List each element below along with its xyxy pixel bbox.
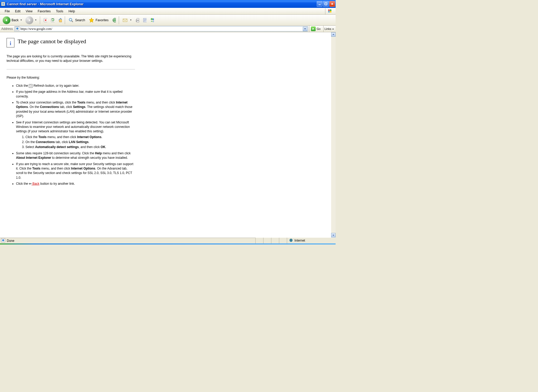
url-input[interactable]	[20, 27, 302, 31]
maximize-button[interactable]	[323, 1, 329, 7]
menu-file[interactable]: File	[2, 8, 12, 14]
error-intro: The page you are looking for is currentl…	[7, 54, 135, 63]
status-bar: Done Internet	[0, 237, 336, 243]
ie-page-icon	[1, 238, 5, 243]
minimize-button[interactable]	[317, 1, 322, 7]
mail-button[interactable]: ▼	[121, 16, 133, 24]
mail-icon	[122, 17, 128, 23]
list-item: Click the Tools menu, and then click Int…	[25, 135, 134, 139]
address-bar: Address Go Links »	[0, 26, 336, 32]
home-button[interactable]	[57, 17, 63, 23]
list-item: Click the Refresh button, or try again l…	[16, 84, 135, 88]
ie-page-icon	[1, 2, 5, 6]
svg-point-13	[151, 18, 153, 20]
svg-rect-3	[325, 3, 327, 5]
menu-tools[interactable]: Tools	[53, 8, 66, 14]
status-cell	[255, 238, 263, 243]
forward-button[interactable]: ▼	[24, 15, 38, 25]
menu-favorites[interactable]: Favorites	[35, 8, 53, 14]
windows-flag-icon	[325, 8, 336, 14]
chevron-right-icon: »	[332, 28, 334, 30]
favorites-label: Favorites	[96, 18, 109, 22]
window-titlebar: Cannot find server - Microsoft Internet …	[0, 0, 336, 8]
menu-help[interactable]: Help	[66, 8, 78, 14]
back-arrow-icon: ⇦	[29, 182, 31, 186]
links-toolbar[interactable]: Links »	[323, 26, 335, 32]
list-item: See if your Internet connection settings…	[16, 120, 135, 150]
try-label: Please try the following:	[7, 76, 135, 79]
list-item: If you are trying to reach a secure site…	[16, 162, 135, 180]
address-field[interactable]	[14, 26, 308, 31]
taskbar-sliver	[0, 243, 336, 244]
star-icon	[88, 17, 95, 23]
menu-bar: File Edit View Favorites Tools Help	[0, 8, 336, 15]
separator	[119, 16, 119, 24]
toolbar: Back ▼ ▼ Search Favorites ▼	[0, 15, 336, 26]
messenger-button[interactable]	[149, 17, 155, 23]
svg-rect-2	[319, 4, 321, 5]
back-label: Back	[12, 18, 19, 22]
forward-arrow-icon	[25, 16, 33, 24]
status-cell	[279, 238, 287, 243]
info-icon: i	[7, 38, 14, 47]
address-dropdown-button[interactable]	[303, 27, 307, 31]
stop-button[interactable]	[42, 17, 48, 23]
scroll-track[interactable]	[331, 37, 336, 233]
back-button[interactable]: Back ▼	[2, 15, 23, 25]
list-item: Select Automatically detect settings, an…	[25, 145, 134, 149]
menu-edit[interactable]: Edit	[12, 8, 23, 14]
status-cell	[263, 238, 271, 243]
address-label: Address	[1, 27, 13, 31]
list-item: If you typed the page address in the Add…	[16, 90, 135, 99]
links-label: Links	[325, 27, 331, 30]
svg-point-1	[2, 3, 4, 5]
page-content: i The page cannot be displayed The page …	[0, 32, 336, 237]
back-arrow-icon	[3, 16, 10, 24]
list-item: To check your connection settings, click…	[16, 100, 135, 119]
divider	[7, 69, 135, 69]
separator	[65, 16, 65, 24]
svg-point-6	[69, 18, 72, 21]
svg-rect-11	[137, 21, 139, 22]
print-button[interactable]	[134, 17, 140, 23]
search-label: Search	[75, 18, 85, 22]
go-label: Go	[317, 27, 321, 30]
close-button[interactable]	[329, 1, 335, 7]
vertical-scrollbar[interactable]	[331, 32, 336, 237]
search-button[interactable]: Search	[67, 16, 86, 24]
go-button[interactable]: Go	[309, 26, 322, 32]
ie-page-icon	[15, 26, 19, 31]
svg-rect-10	[137, 18, 139, 20]
globe-icon	[289, 238, 293, 243]
status-text: Done	[7, 239, 14, 243]
chevron-down-icon: ▼	[20, 19, 22, 21]
zone-label: Internet	[294, 239, 305, 242]
list-item: Click the ⇦ Back button to try another l…	[16, 182, 135, 186]
svg-point-16	[16, 28, 18, 30]
back-link[interactable]: Back	[31, 182, 39, 186]
refresh-icon	[29, 84, 33, 88]
search-icon	[68, 17, 74, 23]
separator	[40, 16, 40, 24]
svg-point-18	[2, 239, 4, 241]
chevron-down-icon: ▼	[35, 19, 37, 21]
list-item: On the Connections tab, click LAN Settin…	[25, 140, 134, 144]
svg-point-14	[153, 18, 154, 20]
status-cell	[271, 238, 279, 243]
list-item: Some sites require 128-bit connection se…	[16, 151, 135, 160]
menu-view[interactable]: View	[23, 8, 35, 14]
refresh-button[interactable]	[49, 17, 56, 23]
window-title: Cannot find server - Microsoft Internet …	[7, 2, 317, 6]
chevron-down-icon: ▼	[130, 19, 132, 21]
suggestions-list: Click the Refresh button, or try again l…	[16, 84, 135, 186]
edit-button[interactable]	[141, 17, 148, 23]
scroll-down-button[interactable]	[331, 233, 336, 237]
sub-list: Click the Tools menu, and then click Int…	[25, 135, 134, 150]
history-button[interactable]	[111, 17, 117, 23]
zone-cell: Internet	[287, 238, 336, 243]
favorites-button[interactable]: Favorites	[87, 16, 110, 24]
go-arrow-icon	[311, 26, 316, 31]
scroll-up-button[interactable]	[331, 32, 336, 37]
svg-point-19	[289, 239, 293, 242]
error-title: The page cannot be displayed	[18, 38, 86, 45]
